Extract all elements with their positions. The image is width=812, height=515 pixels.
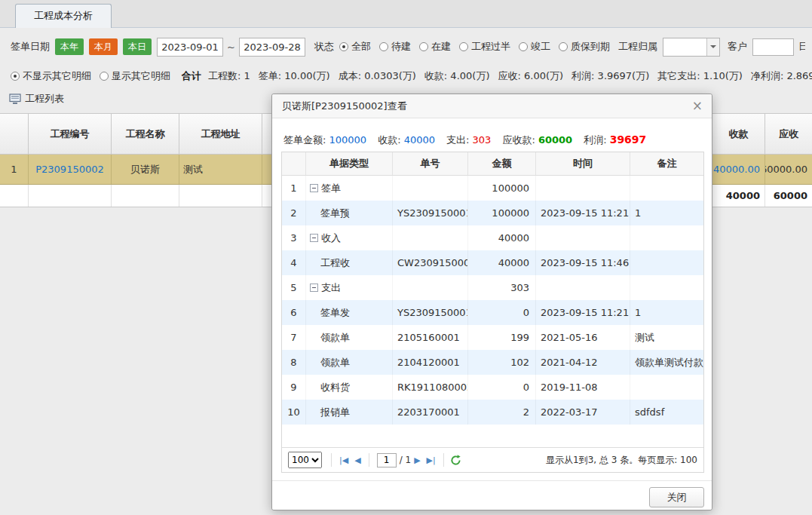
status-radio-option[interactable]: 待建 <box>379 40 411 54</box>
status-radio-label: 全部 <box>351 40 371 54</box>
quick-filter-year-button[interactable]: 本年 <box>55 38 84 55</box>
header-project-code[interactable]: 工程编号 <box>29 114 112 154</box>
header-time[interactable]: 时间 <box>536 152 630 175</box>
status-label: 状态 <box>314 40 334 54</box>
header-amount[interactable]: 金额 <box>468 152 536 175</box>
document-row[interactable]: 6签单发YS230915000102023-09-15 11:211 <box>282 300 703 325</box>
radio-icon <box>419 42 428 51</box>
amount-cell: 100000 <box>468 201 536 225</box>
header-receivable[interactable]: 应收 <box>765 114 812 154</box>
summary-stat: 利润: 3.9697(万) <box>571 69 649 83</box>
first-page-button[interactable]: |◀ <box>339 455 348 465</box>
header-received[interactable]: 收款 <box>712 114 765 154</box>
next-page-button[interactable]: ▶ <box>414 455 420 465</box>
project-code-link[interactable]: P2309150002 <box>35 164 104 175</box>
sign-date-label: 签单日期 <box>11 40 50 54</box>
page-size-select[interactable]: 100 <box>288 452 322 468</box>
status-radio-option[interactable]: 竣工 <box>519 40 550 54</box>
close-button[interactable]: 关闭 <box>649 487 704 507</box>
row-number: 8 <box>282 350 306 375</box>
document-row[interactable]: 5支出303 <box>282 275 703 300</box>
dialog-titlebar[interactable]: 贝诺斯[P2309150002]查看 × <box>272 94 712 118</box>
row-number: 4 <box>282 250 306 275</box>
customer-input[interactable] <box>752 38 794 56</box>
status-radio-option[interactable]: 工程过半 <box>459 40 510 54</box>
time-cell: 2021-04-12 <box>536 350 630 375</box>
row-number: 9 <box>282 375 306 400</box>
document-grid: 单据类型 单号 金额 时间 备注 1签单1000002签单预YS23091500… <box>281 152 704 473</box>
page-number-input[interactable] <box>377 453 397 467</box>
note-cell: sdfdsf <box>630 400 703 425</box>
document-link[interactable]: RK1911080002 <box>397 382 468 393</box>
summary-empty <box>179 185 262 207</box>
detail-radio-option[interactable]: 不显示其它明细 <box>11 69 91 83</box>
document-row[interactable]: 9收料货RK191108000202019-11-08 <box>282 375 703 400</box>
project-owner-select[interactable] <box>663 38 720 57</box>
summary-stat: 其它支出: 1.10(万) <box>657 69 743 83</box>
dialog-summary: 签单金额: 100000收款: 40000支出: 303应收款: 60000利润… <box>283 132 701 149</box>
status-radio-option[interactable]: 全部 <box>339 40 371 54</box>
note-cell: 领款单测试付款 <box>630 350 703 375</box>
document-row[interactable]: 2签单预YS23091500011000002023-09-15 11:211 <box>282 201 703 225</box>
chevron-down-icon[interactable] <box>706 38 719 56</box>
dialog-title: 贝诺斯[P2309150002]查看 <box>282 100 691 113</box>
document-row[interactable]: 8领款单21041200011022021-04-12领款单测试付款 <box>282 350 703 375</box>
document-row[interactable]: 3收入40000 <box>282 225 703 250</box>
header-project-address[interactable]: 工程地址 <box>179 114 262 154</box>
modal-summary-item: 应收款: 60000 <box>502 133 572 147</box>
doc-type-cell: 收入 <box>306 225 393 250</box>
header-project-name[interactable]: 工程名称 <box>112 114 179 154</box>
time-cell: 2023-09-15 11:21 <box>536 201 630 225</box>
quick-filter-month-button[interactable]: 本月 <box>89 38 118 55</box>
pager-info: 显示从1到3, 总 3 条。每页显示: 100 <box>546 454 697 467</box>
status-radio-option[interactable]: 质保到期 <box>559 40 610 54</box>
row-number: 2 <box>282 201 306 225</box>
date-from-input[interactable] <box>157 38 223 57</box>
document-link[interactable]: 2203170001 <box>397 406 460 418</box>
quick-filter-day-button[interactable]: 本日 <box>123 38 152 55</box>
refresh-icon[interactable] <box>450 455 461 466</box>
status-radio-label: 竣工 <box>531 40 550 54</box>
close-icon[interactable]: × <box>691 100 704 112</box>
document-row[interactable]: 7领款单21051600011992021-05-16测试 <box>282 325 703 350</box>
tab-project-cost-analysis[interactable]: 工程成本分析 <box>15 4 112 28</box>
document-link[interactable]: YS2309150001 <box>397 207 468 219</box>
radio-icon <box>339 42 348 51</box>
amount-cell: 0 <box>468 375 536 400</box>
header-note[interactable]: 备注 <box>630 152 703 175</box>
header-doc-type[interactable]: 单据类型 <box>306 152 393 175</box>
document-link[interactable]: 2105160001 <box>397 332 460 343</box>
detail-radio-option[interactable]: 显示其它明细 <box>100 69 170 83</box>
detail-radio-label: 不显示其它明细 <box>23 69 91 83</box>
document-link[interactable]: YS2309150001 <box>397 307 468 318</box>
collapse-icon[interactable] <box>310 184 318 192</box>
header-doc-number[interactable]: 单号 <box>393 152 468 175</box>
note-cell <box>630 250 703 275</box>
note-cell <box>630 176 703 201</box>
doc-number-cell: 2105160001 <box>393 325 468 350</box>
date-range-separator: ~ <box>227 41 235 53</box>
summary-stat: 工程数: 1 <box>208 69 250 83</box>
date-to-input[interactable] <box>239 38 305 57</box>
total-label: 合计 <box>182 69 201 83</box>
time-cell: 2023-09-15 11:46 <box>536 250 630 275</box>
summary-stats: 工程数: 1签单: 10.00(万)成本: 0.0303(万)收款: 4.00(… <box>208 69 812 83</box>
summary-received: 40000 <box>712 185 765 207</box>
collapse-icon[interactable] <box>310 234 318 242</box>
list-section-header: 工程列表 <box>9 90 64 107</box>
document-row[interactable]: 1签单100000 <box>282 176 703 201</box>
row-number: 7 <box>282 325 306 350</box>
document-row[interactable]: 4工程收CW2309150001400002023-09-15 11:46 <box>282 250 703 275</box>
document-link[interactable]: 2104120001 <box>397 357 460 368</box>
note-cell: 1 <box>630 300 703 325</box>
document-row[interactable]: 10报销单220317000122022-03-17sdfdsf <box>282 400 703 425</box>
prev-page-button[interactable]: ◀ <box>354 455 360 465</box>
collapse-icon[interactable] <box>310 284 318 292</box>
doc-number-cell: YS2309150001 <box>393 300 468 325</box>
last-page-button[interactable]: ▶| <box>427 455 436 465</box>
doc-type-cell: 领款单 <box>306 350 393 375</box>
document-link[interactable]: CW2309150001 <box>397 257 468 268</box>
status-radio-option[interactable]: 在建 <box>419 40 451 54</box>
row-number: 3 <box>282 225 306 250</box>
doc-number-cell <box>393 275 468 300</box>
